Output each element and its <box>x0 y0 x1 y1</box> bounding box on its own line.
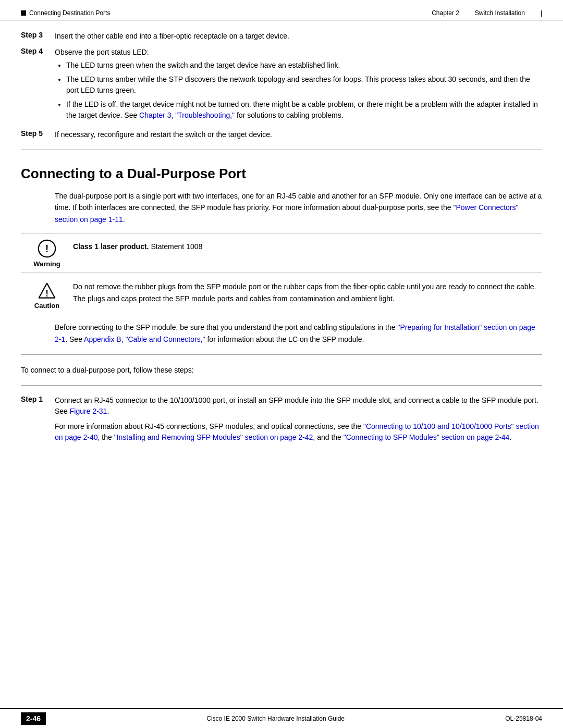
warning-label-text: Warning <box>33 260 60 268</box>
page-footer: 2-46 Cisco IE 2000 Switch Hardware Insta… <box>0 708 563 728</box>
step-1-label: Step 1 <box>21 395 55 443</box>
step1-line1: Connect an RJ-45 connector to the 10/100… <box>55 396 538 415</box>
chapter3-link[interactable]: Chapter 3, "Troubleshooting," <box>139 111 235 119</box>
warning-icon: ! <box>38 239 56 258</box>
bullet-list: The LED turns green when the switch and … <box>55 60 542 121</box>
before-connect-mid: . See <box>65 335 84 343</box>
step-1-para2: For more information about RJ-45 connect… <box>55 421 542 443</box>
before-connect-para: Before connecting to the SFP module, be … <box>55 322 542 345</box>
connecting-sfp-link[interactable]: "Connecting to SFP Modules" section on p… <box>344 433 510 441</box>
step-1-para1: Connect an RJ-45 connector to the 10/100… <box>55 395 542 417</box>
step-4-text: Observe the port status LED: <box>55 48 149 56</box>
step-3-label: Step 3 <box>21 31 55 42</box>
before-connect-1: Before connecting to the SFP module, be … <box>55 323 397 331</box>
main-content: Step 3 Insert the other cable end into a… <box>0 20 563 490</box>
step-4-block: Step 4 Observe the port status LED: The … <box>21 47 542 124</box>
bullet-2: The LED turns amber while the STP discov… <box>66 74 542 96</box>
step-3-content: Insert the other cable end into a fiber-… <box>55 31 542 42</box>
step-5-block: Step 5 If necessary, reconfigure and res… <box>21 129 542 140</box>
step1-line2-pre: For more information about RJ-45 connect… <box>55 422 363 430</box>
svg-text:!: ! <box>45 243 49 254</box>
warning-bold: Class 1 laser product. <box>73 242 149 251</box>
header-square-icon <box>21 10 26 16</box>
figure-231-link[interactable]: Figure 2-31 <box>70 407 107 415</box>
before-step-divider <box>21 354 542 355</box>
footer-right-text: OL-25818-04 <box>505 715 542 722</box>
section-title: Connecting to a Dual-Purpose Port <box>21 166 542 182</box>
warning-label-col: ! Warning <box>21 238 73 268</box>
caution-block: ! Caution Do not remove the rubber plugs… <box>21 277 542 314</box>
step1-line2-mid2: , and the <box>313 433 343 441</box>
page-header: Connecting Destination Ports Chapter 2 S… <box>0 0 563 20</box>
after-connect-intro-divider <box>21 385 542 386</box>
step-1-content: Connect an RJ-45 connector to the 10/100… <box>55 395 542 443</box>
footer-center-text: Cisco IE 2000 Switch Hardware Installati… <box>206 715 345 722</box>
step-4-content: Observe the port status LED: The LED tur… <box>55 47 542 124</box>
intro-paragraph: The dual-purpose port is a single port w… <box>55 190 542 225</box>
caution-text: Do not remove the rubber plugs from the … <box>73 281 542 304</box>
step-3-block: Step 3 Insert the other cable end into a… <box>21 31 542 42</box>
footer-page-num: 2-46 <box>21 712 46 725</box>
warning-text: Class 1 laser product. Statement 1008 <box>73 238 542 252</box>
header-subsection: Connecting Destination Ports <box>29 9 110 17</box>
caution-label-col: ! Caution <box>21 281 73 310</box>
installing-removing-link[interactable]: "Installing and Removing SFP Modules" se… <box>114 433 313 441</box>
step1-line2-end: . <box>509 433 511 441</box>
step-4-label: Step 4 <box>21 47 55 124</box>
svg-text:!: ! <box>45 289 48 299</box>
step1-line2-mid: , the <box>98 433 114 441</box>
to-connect-text: To connect to a dual-purpose port, follo… <box>21 364 542 376</box>
intro-end: . <box>123 215 125 224</box>
step-1-block: Step 1 Connect an RJ-45 connector to the… <box>21 395 542 443</box>
caution-para1: Do not remove the rubber plugs from the … <box>73 281 542 304</box>
step-5-content: If necessary, reconfigure and restart th… <box>55 129 542 140</box>
caution-label-text: Caution <box>34 302 59 310</box>
header-right: Chapter 2 Switch Installation | <box>432 9 542 17</box>
header-pipe: | <box>541 9 542 17</box>
bullet-3: If the LED is off, the target device mig… <box>66 99 542 121</box>
section-divider <box>21 150 542 150</box>
header-chapter: Chapter 2 <box>432 9 459 17</box>
warning-block: ! Warning Class 1 laser product. Stateme… <box>21 233 542 273</box>
step-5-label: Step 5 <box>21 129 55 140</box>
step1-line1-end: . <box>107 407 109 415</box>
appendix-b-link[interactable]: Appendix B, "Cable and Connectors," <box>84 335 205 343</box>
bullet-1: The LED turns green when the switch and … <box>66 60 542 71</box>
before-connect-end: for information about the LC on the SFP … <box>205 335 364 343</box>
warning-rest: Statement 1008 <box>149 242 203 251</box>
header-section: Switch Installation <box>475 9 525 17</box>
header-left: Connecting Destination Ports <box>21 9 110 17</box>
caution-icon: ! <box>38 282 56 300</box>
